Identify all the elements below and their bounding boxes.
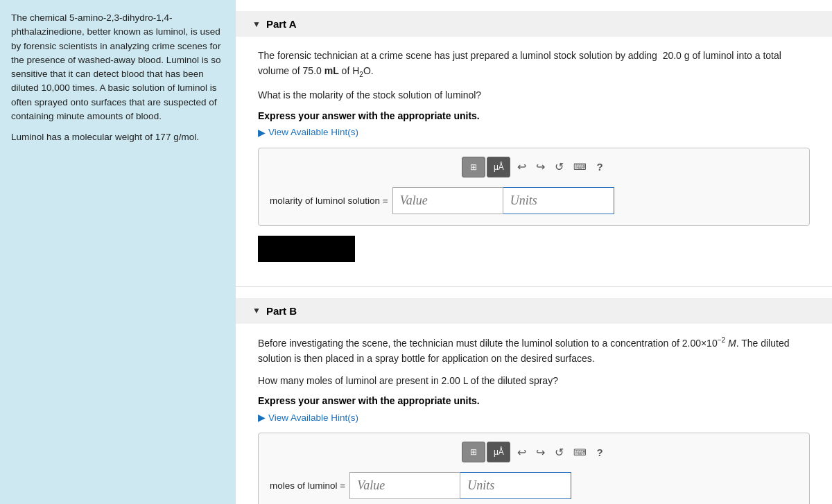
part-a-hint-link[interactable]: ▶ View Available Hint(s) xyxy=(258,127,358,138)
part-a-input-label: molarity of luminol solution = xyxy=(270,195,388,206)
part-b-body: Before investigating the scene, the tech… xyxy=(252,335,815,504)
part-b-redo-btn[interactable]: ↪ xyxy=(533,444,548,460)
part-a-arrow[interactable]: ▼ xyxy=(252,19,261,29)
part-b-undo-btn[interactable]: ↩ xyxy=(514,444,529,460)
part-b-help-icon: ? xyxy=(596,446,603,458)
part-a-header: ▼ Part A xyxy=(236,11,832,37)
refresh-icon: ↺ xyxy=(555,161,564,173)
part-b-hint-link[interactable]: ▶ View Available Hint(s) xyxy=(258,412,358,423)
redo-icon: ↪ xyxy=(536,161,545,173)
part-b-keyboard-icon: ⌨ xyxy=(573,447,587,458)
undo-icon: ↩ xyxy=(517,161,526,173)
part-b-express: Express your answer with the appropriate… xyxy=(258,395,810,406)
part-b-grid-btn[interactable]: ⊞ xyxy=(462,442,485,462)
part-b-refresh-icon: ↺ xyxy=(555,446,564,458)
part-a-grid-btn[interactable]: ⊞ xyxy=(462,157,485,177)
part-a-input-row: molarity of luminol solution = xyxy=(270,187,798,214)
sidebar-text-1: The chemical 5-amino-2,3-dihydro-1,4-pht… xyxy=(11,11,225,123)
part-a-toolbar-group: ⊞ μÅ xyxy=(462,157,510,177)
part-b-undo-icon: ↩ xyxy=(517,446,526,458)
part-b-grid-icon: ⊞ xyxy=(470,447,477,457)
part-b-refresh-btn[interactable]: ↺ xyxy=(552,444,566,460)
part-a-help-btn[interactable]: ? xyxy=(593,159,605,174)
part-a-hint-arrow: ▶ xyxy=(258,127,266,138)
part-a-redo-btn[interactable]: ↪ xyxy=(533,159,548,175)
part-a-express: Express your answer with the appropriate… xyxy=(258,110,810,121)
help-icon: ? xyxy=(596,161,603,173)
part-a-body: The forensic technician at a crime scene… xyxy=(252,48,815,264)
part-a-submit-area xyxy=(258,236,810,264)
part-a-title: Part A xyxy=(266,18,297,30)
part-b-redo-icon: ↪ xyxy=(536,446,545,458)
keyboard-icon: ⌨ xyxy=(573,162,587,172)
part-a-hint-label: View Available Hint(s) xyxy=(268,127,358,137)
part-a-toolbar: ⊞ μÅ ↩ ↪ ↺ xyxy=(270,157,798,177)
part-a-undo-btn[interactable]: ↩ xyxy=(514,159,529,175)
part-b-question1: Before investigating the scene, the tech… xyxy=(258,335,810,366)
sidebar-text-2: Luminol has a molecular weight of 177 g/… xyxy=(11,130,225,144)
part-b-question2: How many moles of luminol are present in… xyxy=(258,373,810,388)
part-b-toolbar-group: ⊞ μÅ xyxy=(462,442,510,462)
part-a-value-input[interactable] xyxy=(392,187,503,214)
sidebar: The chemical 5-amino-2,3-dihydro-1,4-pht… xyxy=(0,0,236,504)
part-a-refresh-btn[interactable]: ↺ xyxy=(552,159,566,175)
part-a-answer-box: ⊞ μÅ ↩ ↪ ↺ xyxy=(258,148,810,226)
part-b-value-input[interactable] xyxy=(349,472,460,499)
grid-icon: ⊞ xyxy=(470,162,477,172)
part-a-submit-btn[interactable] xyxy=(258,236,355,262)
part-a-keyboard-btn[interactable]: ⌨ xyxy=(571,160,589,173)
part-b-mu-btn[interactable]: μÅ xyxy=(487,442,510,462)
part-b-title: Part B xyxy=(266,305,297,317)
part-b-input-row: moles of luminol = xyxy=(270,472,798,499)
part-a-question1: The forensic technician at a crime scene… xyxy=(258,48,810,80)
part-b-section: ▼ Part B Before investigating the scene,… xyxy=(236,287,832,504)
part-b-keyboard-btn[interactable]: ⌨ xyxy=(571,446,589,459)
part-a-question2: What is the molarity of the stock soluti… xyxy=(258,87,810,103)
part-b-help-btn[interactable]: ? xyxy=(593,445,605,460)
mu-icon: μÅ xyxy=(494,162,504,172)
part-b-units-input[interactable] xyxy=(460,472,571,499)
part-b-hint-arrow: ▶ xyxy=(258,412,266,423)
part-a-section: ▼ Part A The forensic technician at a cr… xyxy=(236,0,832,287)
part-b-mu-icon: μÅ xyxy=(494,447,504,457)
part-b-header: ▼ Part B xyxy=(236,298,832,324)
part-b-input-label: moles of luminol = xyxy=(270,480,345,491)
part-b-answer-box: ⊞ μÅ ↩ ↪ ↺ xyxy=(258,433,810,504)
main-content: ▼ Part A The forensic technician at a cr… xyxy=(236,0,832,504)
part-b-hint-label: View Available Hint(s) xyxy=(268,412,358,423)
part-a-mu-btn[interactable]: μÅ xyxy=(487,157,510,177)
part-b-toolbar: ⊞ μÅ ↩ ↪ ↺ xyxy=(270,442,798,462)
part-b-arrow[interactable]: ▼ xyxy=(252,306,261,315)
part-a-units-input[interactable] xyxy=(503,187,614,214)
